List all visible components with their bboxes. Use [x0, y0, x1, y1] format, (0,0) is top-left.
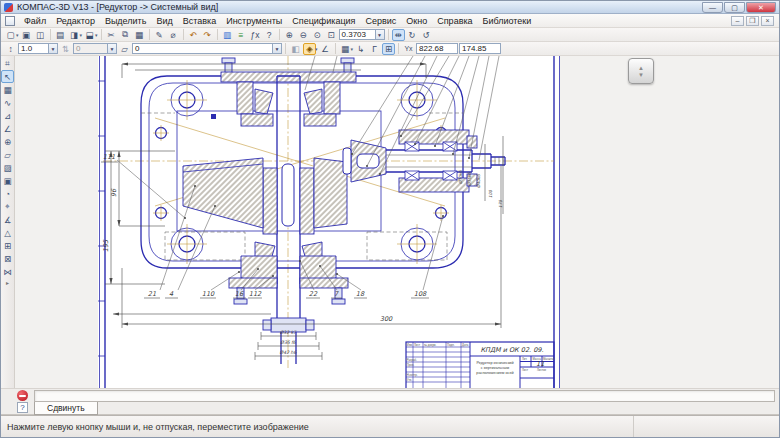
rounding-button[interactable]: ⊞ — [382, 43, 395, 55]
tool-point-icon[interactable]: ⌖ — [1, 200, 14, 213]
zoom-in-button[interactable]: ⊕ — [283, 29, 296, 41]
tool-circle-icon[interactable]: ⊕ — [1, 135, 14, 148]
redo-button[interactable]: ↷ — [201, 29, 214, 41]
pos-22: 22 — [309, 290, 318, 298]
drawing-canvas[interactable]: 96 195 300 Ø32 k7 Ø36 f6 Ø42 h6 Ø30k6 Ø3… — [15, 56, 779, 388]
zoom-out-button[interactable]: ⊖ — [297, 29, 310, 41]
scroll-down-icon[interactable]: ▼ — [638, 72, 644, 78]
print-button[interactable]: ▤ — [54, 29, 67, 41]
menu-service[interactable]: Сервис — [361, 16, 402, 26]
coord-y-field[interactable]: 174.85 — [459, 43, 501, 54]
clear-icon[interactable]: ◧ — [289, 43, 302, 55]
zoom-scale-dropdown-icon[interactable]: ▼ — [375, 30, 384, 39]
menu-file[interactable]: Файл — [19, 16, 51, 26]
tool-arc-icon[interactable]: ◔ — [1, 187, 14, 200]
zoom-scale-combo[interactable]: 0.3703 ▼ — [339, 29, 385, 40]
tab-move[interactable]: Сдвинуть — [34, 402, 98, 415]
property-bar-empty — [34, 390, 775, 402]
zoom-current-button[interactable]: ⊙ — [311, 29, 324, 41]
tool-select-icon[interactable]: ↖ — [1, 70, 14, 83]
tool-rectangle-icon[interactable]: ▣ — [1, 174, 14, 187]
tool-parallelogram-icon[interactable]: ▱ — [1, 148, 14, 161]
document-icon[interactable] — [5, 16, 15, 26]
copy-scale-icon[interactable]: ⇅ — [59, 43, 72, 55]
stop-command-icon[interactable] — [17, 390, 28, 401]
menu-window[interactable]: Окно — [401, 16, 432, 26]
paste-button[interactable]: ▦ — [133, 29, 146, 41]
cut-button[interactable]: ✂ — [105, 29, 118, 41]
what-is-button[interactable]: ? — [263, 29, 276, 41]
tool-join-icon[interactable]: ⋈ — [1, 265, 14, 278]
help-icon[interactable]: ? — [17, 402, 28, 413]
copy-button[interactable]: ⧉ — [119, 29, 132, 41]
layer-dropdown-icon[interactable]: ▼ — [272, 44, 281, 53]
pan-button[interactable]: ⇹ — [392, 29, 405, 41]
preview-dropdown-icon[interactable]: ▾ — [80, 32, 83, 38]
tb-podp: Подп. — [447, 343, 455, 347]
tool-table-icon[interactable]: ⊞ — [1, 239, 14, 252]
step-dropdown-icon[interactable]: ▼ — [107, 44, 116, 53]
mdi-minimize-button[interactable]: – — [731, 16, 744, 26]
tb-prov: Пров. — [407, 363, 415, 367]
tool-hatch-icon[interactable]: ▨ — [1, 161, 14, 174]
line-weight-icon[interactable]: ↕ — [4, 43, 17, 55]
status-divider — [633, 416, 773, 437]
undo-button[interactable]: ↶ — [187, 29, 200, 41]
measure-button[interactable]: ⌀ — [167, 29, 180, 41]
tool-triangle-icon[interactable]: ⊿ — [1, 109, 14, 122]
step-combo[interactable]: 0 ▼ — [73, 43, 117, 54]
copy-properties-button[interactable]: ✎ — [153, 29, 166, 41]
variables-button[interactable]: ▥ — [221, 29, 234, 41]
pos-21: 21 — [148, 290, 156, 298]
eraser-icon[interactable]: ▱ — [118, 43, 131, 55]
panel-expander-icon[interactable]: ▸ — [1, 278, 14, 286]
minimize-button[interactable]: — — [702, 2, 723, 13]
scroll-up-icon[interactable]: ▲ — [638, 65, 644, 71]
pos-110: 110 — [202, 290, 215, 298]
dim-stack-3: Ø42 h6 — [280, 350, 298, 355]
compact-panel: ⌗ ↖ ▦ ∿ ⊿ ∠ ⊕ ▱ ▨ ▣ ◔ ⌖ ∡ △ ⊞ ⊠ ⋈ ▸ — [1, 56, 15, 388]
formula-button[interactable]: ƒx — [249, 29, 262, 41]
line-scale-combo[interactable]: 1.0 ▼ — [18, 43, 58, 54]
menu-specification[interactable]: Спецификация — [287, 16, 360, 26]
mdi-close-button[interactable]: × — [761, 16, 774, 26]
open-button[interactable]: ▣ — [20, 29, 33, 41]
dim-stack-1: Ø32 k7 — [280, 330, 298, 335]
tool-geometry-icon[interactable]: ⌗ — [1, 57, 14, 70]
ortho-button[interactable]: Г — [368, 43, 381, 55]
zoom-area-button[interactable]: ⊡ — [325, 29, 338, 41]
menu-select[interactable]: Выделить — [100, 16, 152, 26]
tool-dimension-icon[interactable]: △ — [1, 226, 14, 239]
tool-measure-angle-icon[interactable]: ∡ — [1, 213, 14, 226]
import-dropdown-icon[interactable]: ▾ — [95, 32, 98, 38]
maximize-button[interactable]: ▢ — [724, 2, 745, 13]
tool-angle-icon[interactable]: ∠ — [1, 122, 14, 135]
angle-snap-button[interactable]: ∠ — [319, 43, 332, 55]
menu-help[interactable]: Справка — [432, 16, 477, 26]
pos-18: 18 — [356, 290, 365, 298]
pos-108: 108 — [414, 290, 427, 298]
layer-combo[interactable]: 0 ▼ — [132, 43, 282, 54]
menu-editor[interactable]: Редактор — [51, 16, 100, 26]
tool-grid-icon[interactable]: ▦ — [1, 83, 14, 96]
grid-dropdown-icon[interactable]: ▾ — [351, 46, 354, 52]
local-csys-button[interactable]: ↳ — [354, 43, 367, 55]
spec-button[interactable]: ≡ — [235, 29, 248, 41]
close-button[interactable]: ✕ — [746, 2, 776, 13]
mdi-restore-button[interactable]: ❐ — [746, 16, 759, 26]
current-state-toolbar: ↕ 1.0 ▼ ⇅ 0 ▼ ▱ 0 ▼ ◧ ◈▾ ∠ ▦▾ ↳ Г ⊞ Yx 8… — [1, 42, 779, 56]
tool-boolean-icon[interactable]: ⊠ — [1, 252, 14, 265]
menu-tools[interactable]: Инструменты — [221, 16, 287, 26]
tool-spline-icon[interactable]: ∿ — [1, 96, 14, 109]
new-dropdown-icon[interactable]: ▾ — [16, 32, 19, 38]
rotate-button[interactable]: ↻ — [406, 29, 419, 41]
pan-scroll-widget[interactable]: ▲ ▼ — [628, 58, 654, 84]
coord-x-field[interactable]: 822.68 — [416, 43, 458, 54]
line-scale-dropdown-icon[interactable]: ▼ — [48, 44, 57, 53]
menu-libraries[interactable]: Библиотеки — [478, 16, 537, 26]
menu-view[interactable]: Вид — [151, 16, 177, 26]
snaps-dropdown-icon[interactable]: ▾ — [315, 46, 318, 52]
refresh-button[interactable]: ↺ — [420, 29, 433, 41]
menu-insert[interactable]: Вставка — [178, 16, 221, 26]
save-button[interactable]: ◫ — [34, 29, 47, 41]
